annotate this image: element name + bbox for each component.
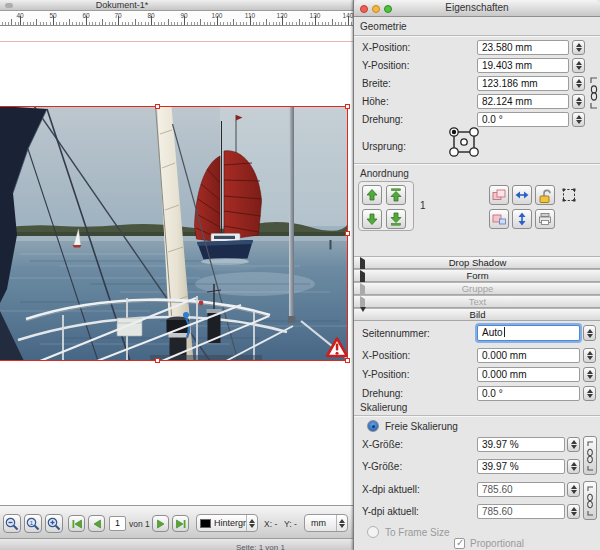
page-number-input[interactable]: 1 [109,516,126,531]
ungroup-objects-button[interactable] [489,209,509,229]
ungroup-objects-icon [491,212,507,226]
divider [354,35,600,36]
cursor-y-readout: Y: - [284,519,297,529]
x-dpi-stepper[interactable] [567,482,580,497]
image-rotation-stepper[interactable] [583,386,596,401]
layer-color-swatch [200,519,211,528]
status-text: Seite: 1 von 1 [236,543,285,550]
level-indicator: 1 [420,200,426,211]
minimize-icon[interactable] [372,5,380,13]
y-scale-label: Y-Größe: [362,461,402,472]
lower-button[interactable] [362,209,382,229]
handle-top-right[interactable] [345,104,350,109]
handle-right-middle[interactable] [345,231,350,236]
raise-button[interactable] [362,185,382,205]
height-input[interactable]: 82.124 mm [477,94,569,109]
to-frame-size-label: To Frame Size [385,527,449,538]
section-drop-shadow[interactable]: Drop Shadow [354,256,600,269]
layer-stepper[interactable] [246,515,257,531]
chain-icon [585,440,595,472]
divider [354,163,600,164]
print-object-button[interactable] [535,209,555,229]
ruler-number: 120 [277,12,288,19]
y-scale-input[interactable]: 39.97 % [477,459,565,474]
flip-vertical-icon [515,211,529,227]
zoom-in-button[interactable] [45,514,63,533]
last-page-button[interactable] [172,515,189,532]
close-icon[interactable] [360,5,368,13]
lock-size-icon [561,187,577,203]
unit-selector[interactable]: mm [304,514,348,532]
print-object-icon [537,212,553,226]
y-scale-stepper[interactable] [567,459,580,474]
image-page-number-stepper[interactable] [583,325,596,341]
lock-size-button[interactable] [559,185,579,205]
image-x-position-input[interactable]: 0.000 mm [477,348,580,363]
width-input[interactable]: 123.186 mm [477,76,569,91]
flip-vertical-button[interactable] [512,209,532,229]
image-y-position-stepper[interactable] [583,367,596,382]
first-page-button[interactable] [68,515,85,532]
width-stepper[interactable] [572,76,585,91]
width-label: Breite: [362,78,391,89]
link-dpi-button[interactable] [583,481,597,520]
page-canvas[interactable] [0,26,353,505]
zoom-window-icon[interactable] [384,5,392,13]
section-bild[interactable]: Bild [354,308,600,321]
status-bar: Seite: 1 von 1 [0,538,353,550]
image-x-position-stepper[interactable] [583,348,596,363]
x-position-stepper[interactable] [572,40,585,55]
horizontal-ruler[interactable]: 40 50 60 70 80 90 100 110 120 130 140 [0,12,353,26]
layer-selector[interactable]: Hintergr [196,514,258,532]
section-form[interactable]: Form [354,269,600,282]
y-position-stepper[interactable] [572,58,585,73]
lock-object-button[interactable] [535,185,555,205]
x-scale-input[interactable]: 39.97 % [477,437,565,452]
basepoint-selector[interactable] [446,124,482,160]
previous-page-button[interactable] [88,515,105,532]
image-rotation-input[interactable]: 0.0 ° [477,386,580,401]
image-y-position-input[interactable]: 0.000 mm [477,367,580,382]
y-dpi-stepper[interactable] [567,504,580,519]
document-titlebar[interactable]: Dokument-1* [0,0,353,11]
y-dpi-input[interactable]: 785.60 [477,504,565,519]
zoom-out-icon [5,517,19,531]
handle-bottom-right[interactable] [345,358,350,363]
free-scaling-radio[interactable] [367,420,379,432]
lower-to-bottom-button[interactable] [386,209,406,229]
y-position-input[interactable]: 19.403 mm [477,58,569,73]
page-of-label: von 1 [129,519,150,529]
document-title: Dokument-1* [96,0,149,10]
link-scale-button[interactable] [583,436,597,475]
ruler-number: 100 [212,12,223,19]
origin-label: Ursprung: [362,141,406,152]
rotation-input[interactable]: 0.0 ° [477,112,569,127]
image-page-number-input[interactable]: Auto [477,325,580,341]
selection-frame [0,106,348,361]
zoom-out-button[interactable] [3,514,21,533]
next-page-button[interactable] [152,515,169,532]
rotation-stepper[interactable] [572,112,585,127]
y-position-label: Y-Position: [362,60,409,71]
zoom-100-button[interactable]: 1 [24,514,42,533]
ruler-number: 140 [343,12,353,19]
handle-bottom-center[interactable] [155,358,160,363]
height-stepper[interactable] [572,94,585,109]
proportional-label: Proportional [470,538,524,549]
proportional-checkbox [454,538,465,549]
handle-top-center[interactable] [155,104,160,109]
flip-horizontal-button[interactable] [512,185,532,205]
x-scale-stepper[interactable] [567,437,580,452]
x-position-input[interactable]: 23.580 mm [477,40,569,55]
ruler-number: 80 [147,12,154,19]
document-window: Dokument-1* 40 50 60 70 80 90 100 110 12… [0,0,353,550]
raise-icon [365,188,379,202]
x-dpi-input[interactable]: 785.60 [477,482,565,497]
raise-to-top-button[interactable] [386,185,406,205]
x-scale-label: X-Größe: [362,439,403,450]
window-controls-icon[interactable] [5,3,13,8]
group-objects-button[interactable] [489,185,509,205]
panel-titlebar[interactable]: Eigenschaften [354,0,600,17]
unit-stepper[interactable] [336,515,347,531]
link-width-height-icon[interactable] [587,76,599,110]
